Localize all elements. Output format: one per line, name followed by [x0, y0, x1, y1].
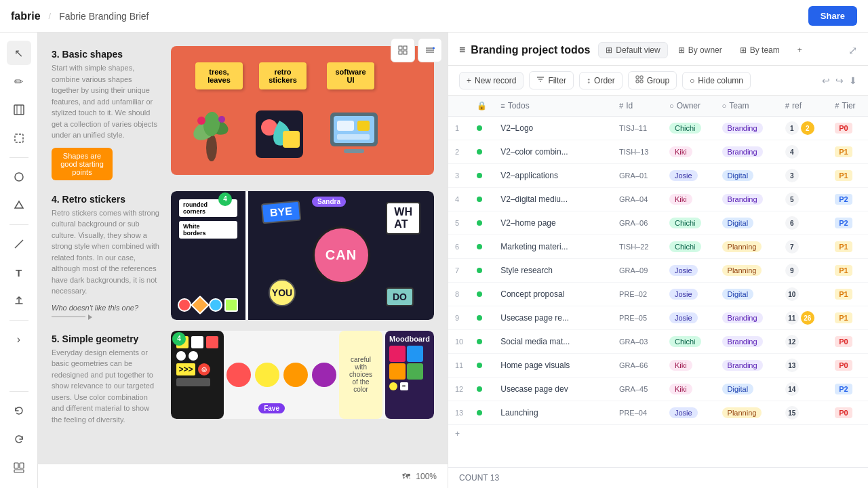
row-todo[interactable]: V2–digital mediu...	[494, 188, 612, 211]
row-team[interactable]: Digital	[715, 164, 778, 188]
row-team[interactable]: Branding	[715, 188, 778, 211]
table-row[interactable]: 7 Style research GRA–09 Josie Planning 9…	[448, 259, 868, 283]
row-id: GRA–06	[612, 211, 663, 235]
row-todo[interactable]: V2–color combin...	[494, 140, 612, 164]
view-by-owner[interactable]: ⊞ By owner	[671, 42, 730, 58]
zoom-level[interactable]: 100%	[416, 472, 437, 481]
row-todo[interactable]: Usecase page re...	[494, 306, 612, 330]
col-team[interactable]: ○Team	[715, 96, 778, 117]
svg-point-22	[197, 117, 205, 125]
crop-tool[interactable]	[7, 126, 31, 150]
polygon-tool[interactable]	[7, 193, 31, 218]
add-view-button[interactable]: +	[790, 42, 810, 58]
fullscreen-button[interactable]: ⤢	[848, 44, 857, 57]
add-row-button[interactable]: +	[448, 425, 868, 443]
table-row[interactable]: 5 V2–home page GRA–06 Chichi Digital 6 P…	[448, 211, 868, 235]
row-team[interactable]: Branding	[715, 306, 778, 330]
text-tool[interactable]: T	[7, 260, 31, 285]
row-owner[interactable]: Kiki	[663, 378, 715, 401]
canvas-grid-tool[interactable]	[391, 38, 415, 62]
row-team[interactable]: Planning	[715, 401, 778, 425]
table-row[interactable]: 3 V2–applications GRA–01 Josie Digital 3…	[448, 164, 868, 188]
row-team[interactable]: Branding	[715, 330, 778, 354]
row-team[interactable]: Planning	[715, 235, 778, 259]
view-default[interactable]: ⊞ Default view	[598, 42, 667, 58]
table-row[interactable]: 10 Social media mat... GRA–03 Chichi Bra…	[448, 330, 868, 354]
table-row[interactable]: 11 Home page visuals GRA–66 Kiki Brandin…	[448, 354, 868, 378]
row-todo[interactable]: Concept proposal	[494, 283, 612, 306]
filter-button[interactable]: Filter	[529, 71, 574, 89]
row-todo[interactable]: V2–home page	[494, 211, 612, 235]
cursor-tool[interactable]: ↖	[7, 41, 31, 65]
row-todo[interactable]: Style research	[494, 259, 612, 283]
col-id[interactable]: #Id	[612, 96, 663, 117]
download-db-button[interactable]: ⬇	[849, 75, 857, 86]
row-team[interactable]: Digital	[715, 378, 778, 401]
group-button[interactable]: Group	[628, 71, 677, 89]
do-sticker: DO	[386, 287, 414, 306]
table-row[interactable]: 6 Marketing materi... TISH–22 Chichi Pla…	[448, 235, 868, 259]
row-todo[interactable]: Social media mat...	[494, 330, 612, 354]
upload-tool[interactable]	[7, 289, 31, 313]
frame-tool[interactable]	[7, 98, 31, 122]
row-owner[interactable]: Kiki	[663, 188, 715, 211]
table-row[interactable]: 8 Concept proposal PRE–02 Josie Digital …	[448, 283, 868, 306]
redo-db-button[interactable]: ↪	[835, 75, 844, 86]
row-todo[interactable]: V2–applications	[494, 164, 612, 188]
undo-tool[interactable]	[7, 399, 31, 423]
col-tier[interactable]: #Tier	[828, 96, 868, 117]
db-footer: COUNT 13	[448, 467, 868, 488]
row-owner[interactable]: Chichi	[663, 235, 715, 259]
table-row[interactable]: 12 Usecase page dev GRA–45 Kiki Digital …	[448, 378, 868, 401]
row-team[interactable]: Branding	[715, 140, 778, 164]
redo-tool[interactable]	[7, 427, 31, 451]
row-owner[interactable]: Chichi	[663, 211, 715, 235]
row-todo[interactable]: Usecase page dev	[494, 378, 612, 401]
row-owner[interactable]: Josie	[663, 401, 715, 425]
map-icon[interactable]: 🗺	[402, 472, 410, 481]
row-todo[interactable]: V2–Logo	[494, 117, 612, 140]
canvas-list-tool[interactable]	[418, 38, 442, 62]
order-button[interactable]: ↕ Order	[579, 72, 623, 89]
row-owner[interactable]: Josie	[663, 283, 715, 306]
row-owner[interactable]: Kiki	[663, 354, 715, 378]
section-4-title: 4. Retro stickers	[52, 194, 160, 205]
view-by-team[interactable]: ⊞ By team	[732, 42, 787, 58]
share-button[interactable]: Share	[808, 6, 857, 26]
row-team[interactable]: Digital	[715, 211, 778, 235]
table-row[interactable]: 13 Launching PRE–04 Josie Planning 15 P0	[448, 401, 868, 425]
row-owner[interactable]: Josie	[663, 164, 715, 188]
undo-db-button[interactable]: ↩	[822, 75, 830, 86]
col-ref[interactable]: #ref	[778, 96, 828, 117]
table-row[interactable]: 4 V2–digital mediu... GRA–04 Kiki Brandi…	[448, 188, 868, 211]
table-row[interactable]: 1 V2–Logo TISJ–11 Chichi Branding 12 P0	[448, 117, 868, 140]
row-id: GRA–01	[612, 164, 663, 188]
row-team[interactable]: Branding	[715, 117, 778, 140]
new-record-button[interactable]: + New record	[459, 72, 524, 89]
green-dot-4: 4	[218, 192, 232, 206]
pen-tool[interactable]: ✏	[7, 69, 31, 94]
row-owner[interactable]: Josie	[663, 306, 715, 330]
col-todos[interactable]: ≡Todos	[494, 96, 612, 117]
table-row[interactable]: 9 Usecase page re... PRE–05 Josie Brandi…	[448, 306, 868, 330]
chevron-right-tool[interactable]: ›	[7, 327, 31, 352]
row-team[interactable]: Planning	[715, 259, 778, 283]
row-team[interactable]: Digital	[715, 283, 778, 306]
table-row[interactable]: 2 V2–color combin... TISH–13 Kiki Brandi…	[448, 140, 868, 164]
hide-column-button[interactable]: ○ Hide column	[682, 72, 751, 89]
row-owner[interactable]: Kiki	[663, 140, 715, 164]
row-team[interactable]: Branding	[715, 354, 778, 378]
row-owner[interactable]: Chichi	[663, 117, 715, 140]
row-todo[interactable]: Home page visuals	[494, 354, 612, 378]
line-tool[interactable]	[7, 232, 31, 256]
row-todo[interactable]: Launching	[494, 401, 612, 425]
col-owner[interactable]: ○Owner	[663, 96, 715, 117]
row-todo[interactable]: Marketing materi...	[494, 235, 612, 259]
row-owner[interactable]: Josie	[663, 259, 715, 283]
row-id: PRE–04	[612, 401, 663, 425]
row-owner[interactable]: Chichi	[663, 330, 715, 354]
ref-badge: 2	[801, 121, 814, 135]
layout-tool[interactable]	[7, 455, 31, 480]
row-status	[470, 164, 494, 188]
circle-tool[interactable]	[7, 165, 31, 189]
